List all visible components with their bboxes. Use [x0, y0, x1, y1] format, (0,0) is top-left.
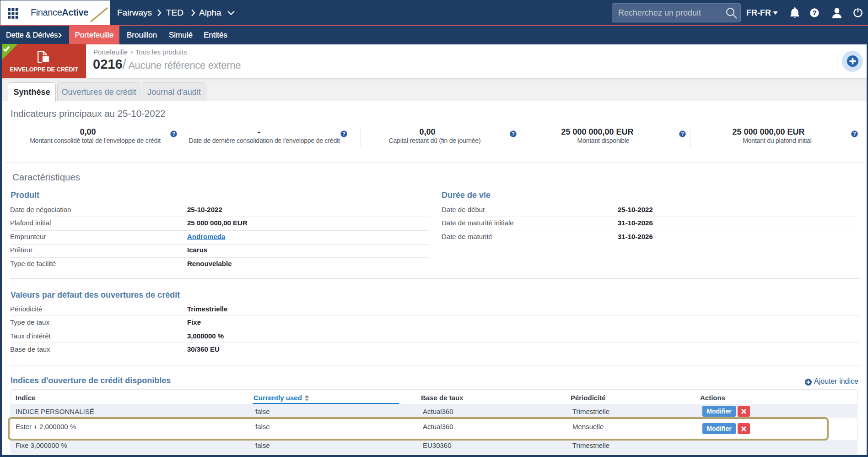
svg-text:?: ?	[342, 131, 345, 136]
svg-text:?: ?	[512, 131, 514, 136]
svg-text:?: ?	[853, 131, 856, 136]
svg-text:?: ?	[812, 9, 816, 16]
svg-text:?: ?	[681, 131, 684, 136]
svg-text:?: ?	[172, 131, 175, 136]
